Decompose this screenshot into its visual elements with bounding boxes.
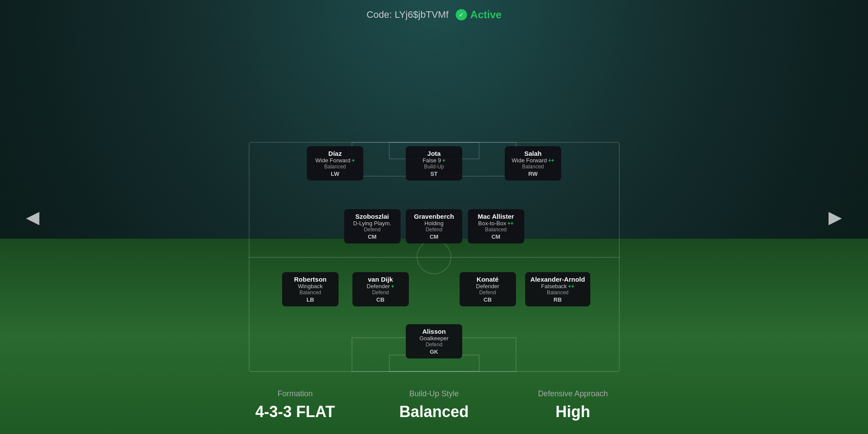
player-konate[interactable]: Konaté Defender Defend CB xyxy=(460,272,516,306)
player-gravenberch[interactable]: Gravenberch Holding Defend CM xyxy=(406,209,462,243)
player-mac-allister-duty: Balanced xyxy=(473,227,519,233)
stat-formation: Formation 4-3-3 FLAT xyxy=(226,389,365,421)
player-robertson-role: Wingback xyxy=(287,283,333,289)
pitch-field: Díaz Wide Forward+ Balanced LW Jota Fals… xyxy=(228,138,640,376)
buildup-label: Build-Up Style xyxy=(365,389,503,398)
player-alisson-duty: Defend xyxy=(411,342,457,348)
player-szoboszlai-name: Szoboszlai xyxy=(349,213,395,220)
formation-value: 4-3-3 FLAT xyxy=(226,403,365,421)
player-alisson[interactable]: Alisson Goalkeeper Defend GK xyxy=(406,324,462,358)
player-szoboszlai-duty: Defend xyxy=(349,227,395,233)
nav-left-arrow[interactable]: ◀ xyxy=(26,208,39,226)
active-icon: ✓ xyxy=(456,9,467,20)
player-alisson-role: Goalkeeper xyxy=(411,335,457,342)
player-van-dijk-pos: CB xyxy=(358,296,404,303)
active-label: Active xyxy=(470,9,502,21)
player-konate-pos: CB xyxy=(465,296,511,303)
player-gravenberch-name: Gravenberch xyxy=(411,213,457,220)
player-szoboszlai-role: D-Lying Playm. xyxy=(349,220,395,227)
player-trent-pos: RB xyxy=(530,296,585,303)
player-trent-name: Alexander-Arnold xyxy=(530,276,585,283)
player-diaz[interactable]: Díaz Wide Forward+ Balanced LW xyxy=(307,146,363,181)
player-van-dijk-name: van Dijk xyxy=(358,276,404,283)
player-salah-duty: Balanced xyxy=(510,164,556,170)
player-van-dijk[interactable]: van Dijk Defender+ Defend CB xyxy=(352,272,409,306)
player-jota[interactable]: Jota False 9+ Build-Up ST xyxy=(406,146,462,181)
bottom-stats: Formation 4-3-3 FLAT Build-Up Style Bala… xyxy=(0,376,868,434)
player-salah-name: Salah xyxy=(510,150,556,157)
player-salah[interactable]: Salah Wide Forward++ Balanced RW xyxy=(505,146,561,181)
player-gravenberch-role: Holding xyxy=(411,220,457,227)
player-van-dijk-duty: Defend xyxy=(358,289,404,296)
player-van-dijk-role: Defender+ xyxy=(358,283,404,289)
player-szoboszlai-pos: CM xyxy=(349,233,395,240)
player-mac-allister-role: Box-to-Box++ xyxy=(473,220,519,227)
player-gravenberch-pos: CM xyxy=(411,233,457,240)
active-badge: ✓ Active xyxy=(456,9,502,21)
player-robertson-duty: Balanced xyxy=(287,289,333,296)
player-trent-duty: Balanced xyxy=(530,289,585,296)
player-robertson-pos: LB xyxy=(287,296,333,303)
player-diaz-duty: Balanced xyxy=(312,164,358,170)
player-konate-duty: Defend xyxy=(465,289,511,296)
player-alisson-pos: GK xyxy=(411,349,457,355)
player-salah-role: Wide Forward++ xyxy=(510,157,556,164)
player-mac-allister-pos: CM xyxy=(473,233,519,240)
player-gravenberch-duty: Defend xyxy=(411,227,457,233)
player-robertson[interactable]: Robertson Wingback Balanced LB xyxy=(282,272,339,306)
player-diaz-role: Wide Forward+ xyxy=(312,157,358,164)
player-mac-allister[interactable]: Mac Allister Box-to-Box++ Balanced CM xyxy=(468,209,524,243)
player-mac-allister-name: Mac Allister xyxy=(473,213,519,220)
player-konate-role: Defender xyxy=(465,283,511,289)
defensive-label: Defensive Approach xyxy=(503,389,642,398)
center-circle xyxy=(417,240,451,274)
pitch-area: Díaz Wide Forward+ Balanced LW Jota Fals… xyxy=(228,34,640,376)
player-konate-name: Konaté xyxy=(465,276,511,283)
buildup-value: Balanced xyxy=(365,403,503,421)
player-diaz-name: Díaz xyxy=(312,150,358,157)
player-salah-pos: RW xyxy=(510,171,556,177)
stat-buildup: Build-Up Style Balanced xyxy=(365,389,503,421)
player-jota-duty: Build-Up xyxy=(411,164,457,170)
code-text: Code: LYj6$jbTVMf xyxy=(366,9,448,20)
player-trent[interactable]: Alexander-Arnold Falseback++ Balanced RB xyxy=(525,272,590,306)
player-jota-name: Jota xyxy=(411,150,457,157)
player-diaz-pos: LW xyxy=(312,171,358,177)
player-alisson-name: Alisson xyxy=(411,328,457,335)
header: Code: LYj6$jbTVMf ✓ Active xyxy=(366,9,501,21)
player-jota-pos: ST xyxy=(411,171,457,177)
defensive-value: High xyxy=(503,403,642,421)
stat-defensive: Defensive Approach High xyxy=(503,389,642,421)
player-trent-role: Falseback++ xyxy=(530,283,585,289)
nav-right-arrow[interactable]: ▶ xyxy=(829,208,842,226)
player-szoboszlai[interactable]: Szoboszlai D-Lying Playm. Defend CM xyxy=(344,209,401,243)
player-robertson-name: Robertson xyxy=(287,276,333,283)
player-jota-role: False 9+ xyxy=(411,157,457,164)
formation-label: Formation xyxy=(226,389,365,398)
